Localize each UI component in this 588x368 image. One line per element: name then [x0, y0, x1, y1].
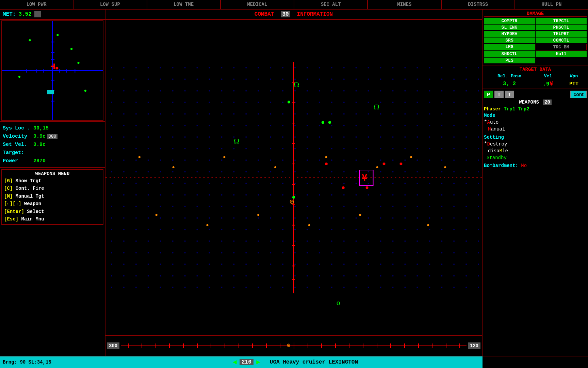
wm-manual-tgt[interactable]: [M] Manual Tgt	[4, 193, 101, 200]
trp2-label: Trp2	[518, 106, 529, 112]
svg-point-16	[18, 76, 20, 78]
target-section: TARGET DATA Rel. Posn Vel Wpn 3, 2 .9¥ P…	[483, 65, 588, 89]
info-title: INFORMATION	[297, 11, 333, 17]
alert-item-mines: MINES	[368, 0, 441, 9]
velocity-row: Velocity 0.9c 300	[3, 132, 102, 140]
svg-point-18	[56, 34, 59, 36]
manual-m-span: Manual	[488, 126, 505, 132]
lrs-canvas	[2, 21, 103, 120]
destroy-option[interactable]: *Destroy	[484, 141, 587, 147]
destroy-star: *	[484, 141, 487, 147]
target-header-row: Rel. Posn Vel Wpn	[484, 74, 587, 79]
svg-point-32	[325, 156, 327, 158]
weapons-count: 20	[543, 99, 552, 105]
phaser-label: Phaser	[484, 106, 501, 112]
wm-key-c: [C]	[4, 186, 13, 191]
svg-point-69	[292, 196, 295, 199]
svg-point-38	[257, 214, 259, 216]
target-title: TARGET DATA	[484, 67, 587, 72]
dmg-lrs: LRS	[484, 44, 535, 50]
svg-text:Ω: Ω	[294, 80, 299, 89]
svg-text:¥: ¥	[362, 173, 368, 183]
met-value: 3.52	[18, 11, 31, 17]
vel-left-num: 300	[107, 342, 119, 349]
sys-loc-row: Sys Loc . 30,15	[3, 124, 102, 132]
wm-key-enter: [Enter]	[4, 209, 24, 214]
wpn-btn-p[interactable]: P	[484, 91, 493, 98]
destroy-estroy: estroy	[490, 141, 507, 147]
vel-tick-12	[280, 343, 280, 348]
wpn-btn-cont[interactable]: cont	[570, 91, 587, 98]
auto-star: *	[484, 119, 487, 125]
combat-header: COMBAT 30 INFORMATION	[105, 10, 482, 20]
lrs-display: LRS	[0, 20, 105, 122]
velocity-set: 300	[47, 134, 58, 139]
svg-text:Ω: Ω	[374, 103, 379, 111]
vel-tick-1	[128, 343, 129, 348]
vel-tick-2	[142, 343, 142, 348]
wm-text-esc: Main Mnu	[18, 216, 44, 222]
svg-point-48	[288, 101, 290, 103]
disable-option[interactable]: disaBle	[488, 148, 587, 154]
svg-text:Ω: Ω	[234, 137, 239, 145]
vel-tick-6	[197, 343, 198, 348]
met-box	[34, 11, 41, 17]
svg-point-21	[55, 67, 58, 70]
rel-posn-value: 3, 2	[484, 81, 535, 87]
vel-right-num: 120	[468, 342, 480, 349]
svg-point-31	[274, 166, 276, 168]
wpn-btn-t2[interactable]: T	[505, 91, 514, 98]
set-vel-value: 0.9c	[33, 142, 46, 148]
vel-tick-20	[404, 343, 405, 348]
standby-tandby: tandby	[489, 155, 506, 160]
wm-text-c: Cont. Fire	[13, 186, 44, 191]
vel-tick-14	[321, 343, 322, 348]
vel-tick-19	[390, 343, 391, 348]
wm-key-esc: [Esc]	[4, 216, 18, 222]
dmg-trc-bm: TRC BM	[536, 44, 587, 50]
damage-title: DAMAGE	[484, 11, 587, 17]
dmg-hypdrv: HYPDRV	[484, 31, 535, 37]
svg-point-33	[376, 166, 378, 168]
svg-point-28	[138, 156, 141, 158]
main-area: MET: 3.52 LRS	[0, 10, 588, 368]
alert-item-low-pwr: LOW PWR	[0, 0, 74, 9]
bottom-left-bar: Brng: 90 SL:34,15	[0, 356, 105, 368]
vel-tick-8	[225, 343, 225, 348]
wm-show-trgt[interactable]: [G] Show Trgt	[4, 177, 101, 185]
manual-m: M	[488, 126, 491, 132]
grid-svg: Ω Ω Ω	[105, 20, 482, 335]
wm-main-mnu[interactable]: [Esc] Main Mnu	[4, 215, 101, 223]
wm-text-g: Show Trgt	[13, 178, 41, 184]
velocity-value: 0.9c	[33, 134, 46, 139]
vel-tick-3	[156, 343, 156, 348]
vel-tick-18	[377, 343, 377, 348]
set-vel-label: Set Vel.	[3, 142, 33, 148]
nav-right-arrow[interactable]: ►	[256, 358, 260, 366]
vel-header: Vel	[535, 74, 561, 79]
svg-point-41	[427, 224, 429, 226]
svg-point-43	[383, 163, 386, 165]
manual-option[interactable]: Manual	[484, 126, 587, 132]
vel-value-row: .9¥	[535, 80, 561, 87]
standby-option[interactable]: Standby	[487, 155, 587, 161]
set-vel-row: Set Vel. 0.9c	[3, 140, 102, 149]
dmg-phsctl: PHSCTL	[536, 25, 587, 30]
auto-option[interactable]: *Auto	[484, 119, 587, 125]
svg-point-14	[29, 39, 31, 41]
svg-text:o: o	[337, 298, 340, 307]
wm-select[interactable]: [Enter] Select	[4, 208, 101, 215]
vel-ship-icon: ⊕	[287, 341, 291, 349]
wm-weapon[interactable]: [←][→] Weapon	[4, 200, 101, 208]
svg-point-42	[325, 163, 328, 165]
wm-text-arrow: Weapon	[21, 201, 41, 206]
wpn-btn-t1[interactable]: T	[494, 91, 504, 98]
nav-left-arrow[interactable]: ◄	[233, 358, 237, 366]
wm-text-enter: Select	[24, 209, 44, 214]
wm-cont-fire[interactable]: [C] Cont. Fire	[4, 185, 101, 192]
wpn-header: Wpn	[561, 74, 587, 79]
svg-point-44	[399, 163, 402, 165]
weapons-menu-title: WEAPONS MENU	[4, 171, 101, 177]
left-panel: MET: 3.52 LRS	[0, 10, 105, 356]
wm-key-m: [M]	[4, 194, 13, 199]
